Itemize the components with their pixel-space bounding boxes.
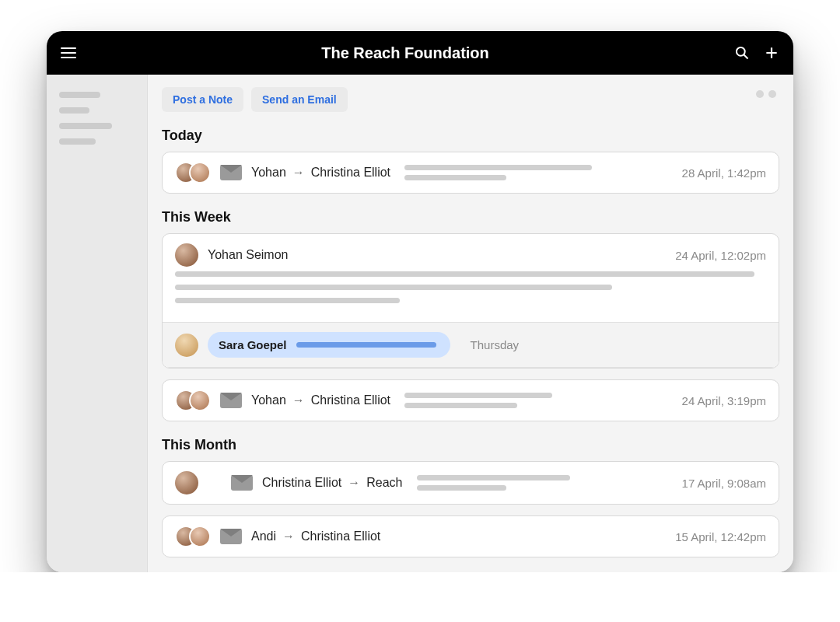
post-note-button[interactable]: Post a Note <box>162 87 243 112</box>
email-icon <box>220 165 242 180</box>
section-header-today: Today <box>162 128 779 144</box>
email-to: Reach <box>366 476 402 490</box>
email-preview <box>404 165 673 180</box>
sidebar <box>47 75 148 572</box>
timestamp: Thursday <box>471 338 520 351</box>
section-header-month: This Month <box>162 437 779 453</box>
reply-author: Sara Goepel <box>219 338 287 351</box>
avatar <box>175 471 198 494</box>
email-icon <box>220 529 242 544</box>
more-icon[interactable] <box>756 90 776 98</box>
avatar <box>175 162 211 183</box>
email-from: Yohan <box>251 166 286 180</box>
topbar: The Reach Foundation <box>47 31 793 75</box>
section-header-week: This Week <box>162 209 779 225</box>
add-icon[interactable] <box>762 44 781 62</box>
email-from: Andi <box>251 529 276 543</box>
arrow-icon: → <box>348 476 360 490</box>
search-icon[interactable] <box>733 44 751 62</box>
timestamp: 24 April, 12:02pm <box>675 249 766 262</box>
note-body <box>163 271 779 322</box>
email-from: Yohan <box>251 393 286 407</box>
page-title: The Reach Foundation <box>321 44 489 62</box>
feed-card[interactable]: Yohan Seimon 24 April, 12:02pm Sara Goep… <box>162 233 779 369</box>
arrow-icon: → <box>292 166 305 180</box>
svg-line-1 <box>744 55 748 59</box>
reply-preview <box>296 342 436 348</box>
send-email-button[interactable]: Send an Email <box>251 87 348 112</box>
email-preview <box>417 475 673 491</box>
note-reply[interactable]: Sara Goepel Thursday <box>163 322 779 368</box>
email-icon <box>220 393 242 408</box>
note-author: Yohan Seimon <box>208 248 289 262</box>
email-from: Christina Elliot <box>262 476 341 490</box>
feed-card[interactable]: Yohan → Christina Elliot 24 April, 3:19p… <box>162 379 779 421</box>
feed-card[interactable]: Yohan → Christina Elliot 28 April, 1:42p… <box>162 152 779 194</box>
avatar <box>175 243 198 267</box>
timestamp: 17 April, 9:08am <box>682 477 766 490</box>
app-window: The Reach Foundation Post a Note Send an… <box>47 31 793 572</box>
svg-point-0 <box>737 47 745 56</box>
avatar <box>175 526 211 547</box>
email-to: Christina Elliot <box>311 393 390 407</box>
arrow-icon: → <box>282 529 295 543</box>
email-icon <box>231 475 253 491</box>
timestamp: 28 April, 1:42pm <box>682 166 766 180</box>
feed-card[interactable]: Andi → Christina Elliot 15 April, 12:42p… <box>162 515 779 557</box>
email-to: Christina Elliot <box>311 166 390 180</box>
feed-card[interactable]: Christina Elliot → Reach 17 April, 9:08a… <box>162 461 779 505</box>
timestamp: 15 April, 12:42pm <box>675 530 766 543</box>
activity-feed: Post a Note Send an Email Today Yohan → … <box>148 75 793 572</box>
avatar <box>175 334 198 357</box>
email-preview <box>404 393 673 408</box>
menu-icon[interactable] <box>59 44 78 62</box>
timestamp: 24 April, 3:19pm <box>682 394 766 407</box>
avatar <box>175 390 211 411</box>
arrow-icon: → <box>292 393 305 407</box>
email-to: Christina Elliot <box>301 529 380 543</box>
